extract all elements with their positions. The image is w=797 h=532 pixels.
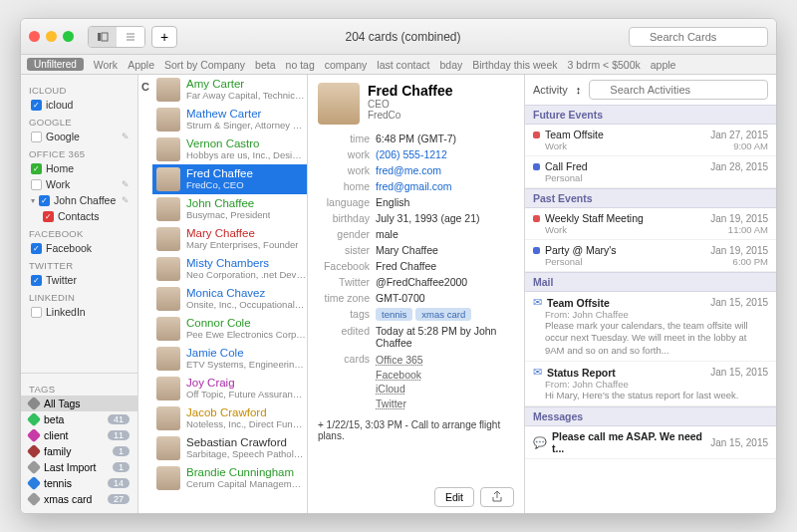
contact-row[interactable]: Fred ChaffeeFredCo, CEO	[152, 164, 307, 194]
activity-section-header: Past Events	[525, 188, 776, 208]
activity-item[interactable]: ✉Team OffsiteJan 15, 2015From: John Chaf…	[525, 292, 776, 362]
edit-icon[interactable]: ✎	[122, 179, 130, 189]
checkbox-icon[interactable]: ✓	[31, 243, 42, 254]
activity-item[interactable]: Weekly Staff MeetingJan 19, 2015Work11:0…	[525, 208, 776, 240]
contact-row[interactable]: Connor ColePee Ewe Electronics Corporati…	[152, 314, 307, 344]
sidebar-item-linkedin[interactable]: LinkedIn	[21, 304, 137, 320]
tag-xmas-card[interactable]: xmas card27	[21, 491, 137, 507]
contact-row[interactable]: Monica ChavezOnsite, Inc., Occupational …	[152, 284, 307, 314]
filter-sort-by-company[interactable]: Sort by Company	[164, 59, 245, 71]
activity-sort-icon[interactable]: ↕	[576, 84, 582, 96]
detail-value: July 31, 1993 (age 21)	[376, 212, 480, 224]
filter-work[interactable]: Work	[94, 59, 118, 71]
contact-row[interactable]: Mary ChaffeeMary Enterprises, Founder	[152, 224, 307, 254]
sidebar-item-twitter[interactable]: ✓Twitter	[21, 272, 137, 288]
activity-label[interactable]: Activity	[533, 84, 568, 96]
tag-client[interactable]: client11	[21, 427, 137, 443]
activity-title: Team Offsite	[547, 297, 705, 309]
search-activities-input[interactable]	[589, 80, 768, 100]
contact-row[interactable]: Vernon CastroHobbys are us, Inc., Design…	[152, 134, 307, 164]
edit-button[interactable]: Edit	[434, 487, 474, 507]
checkbox-icon[interactable]	[31, 307, 42, 318]
tag-chip[interactable]: tennis	[376, 308, 412, 321]
window-controls	[29, 31, 74, 42]
filter-birthday-this-week[interactable]: Birthday this week	[472, 59, 557, 71]
edit-icon[interactable]: ✎	[122, 132, 130, 141]
checkbox-icon[interactable]	[31, 179, 42, 190]
contact-list[interactable]: C Amy CarterFar Away Capital, Technician…	[138, 75, 308, 513]
activity-sub: Work	[545, 140, 733, 151]
avatar	[156, 406, 180, 430]
sidebar-item-home[interactable]: ✓Home	[21, 160, 137, 176]
contact-row[interactable]: Mathew CarterStrum & Singer, Attorney at…	[152, 105, 307, 134]
activity-item[interactable]: Team OffsiteJan 27, 2015Work9:00 AM	[525, 125, 776, 156]
activity-item[interactable]: Call FredJan 28, 2015Personal	[525, 156, 776, 188]
sidebar-section-linkedin: LINKEDIN	[21, 288, 137, 304]
contact-detail: Fred Chaffee CEO FredCo time6:48 PM (GMT…	[308, 75, 525, 513]
contact-row[interactable]: Jamie ColeETV Systems, Engineering Ma...	[152, 344, 307, 374]
sidebar-item-john-chaffee[interactable]: ▾✓John Chaffee✎	[21, 192, 137, 208]
card-link[interactable]: Twitter	[376, 397, 423, 411]
contact-row[interactable]: Sebastian CrawfordSarbitage, Speech Path…	[152, 433, 307, 463]
sidebar-view-button[interactable]	[89, 27, 117, 47]
filter-3-bdrm-500k[interactable]: 3 bdrm < $500k	[567, 59, 640, 71]
filter-unfiltered[interactable]: Unfiltered	[27, 58, 84, 71]
sidebar-item-facebook[interactable]: ✓Facebook	[21, 240, 137, 256]
tag-tennis[interactable]: tennis14	[21, 475, 137, 491]
filter-beta[interactable]: beta	[255, 59, 275, 71]
tag-last-import[interactable]: Last Import1	[21, 459, 137, 475]
filter-company[interactable]: company	[325, 59, 368, 71]
sidebar-item-google[interactable]: Google✎	[21, 129, 137, 144]
minimize-window-button[interactable]	[46, 31, 57, 42]
contact-row[interactable]: Brandie CunninghamCerum Capital Manageme…	[152, 463, 307, 493]
card-link[interactable]: Office 365	[376, 353, 423, 368]
filter-apple[interactable]: Apple	[128, 59, 154, 71]
filter-no-tag[interactable]: no tag	[286, 59, 315, 71]
contact-subtitle: Pee Ewe Electronics Corporati...	[186, 330, 306, 340]
detail-value[interactable]: fred@gmail.com	[376, 180, 452, 192]
activity-item[interactable]: Party @ Mary'sJan 19, 2015Personal6:00 P…	[525, 240, 776, 272]
tag-all-tags[interactable]: All Tags	[21, 396, 137, 411]
detail-value[interactable]: fred@me.com	[376, 164, 441, 176]
activity-item[interactable]: ✉Status ReportJan 15, 2015From: John Cha…	[525, 362, 776, 406]
tag-icon	[27, 412, 41, 426]
add-card-button[interactable]: +	[151, 26, 177, 48]
card-link[interactable]: iCloud	[376, 382, 423, 397]
checkbox-icon[interactable]: ✓	[31, 163, 42, 174]
close-window-button[interactable]	[29, 31, 40, 42]
filter-bday[interactable]: bday	[439, 59, 462, 71]
share-button[interactable]	[480, 487, 514, 507]
tag-beta[interactable]: beta41	[21, 411, 137, 427]
checkbox-icon[interactable]: ✓	[43, 211, 54, 222]
filter-apple[interactable]: apple	[651, 59, 676, 71]
detail-value[interactable]: (206) 555-1212	[376, 148, 447, 160]
sidebar-section-twitter: TWITTER	[21, 256, 137, 272]
checkbox-icon[interactable]: ✓	[39, 195, 50, 206]
search-cards-input[interactable]	[629, 27, 768, 47]
checkbox-icon[interactable]: ✓	[31, 100, 42, 111]
tag-chip[interactable]: xmas card	[415, 308, 471, 321]
zoom-window-button[interactable]	[63, 31, 74, 42]
tag-family[interactable]: family1	[21, 443, 137, 459]
contact-row[interactable]: Misty ChambersNeo Corporation, .net Deve…	[152, 254, 307, 284]
contact-row[interactable]: John ChaffeeBusymac, President	[152, 194, 307, 224]
contact-row[interactable]: Jacob CrawfordNoteless, Inc., Direct Fun…	[152, 403, 307, 433]
detail-row: gendermale	[318, 226, 514, 242]
checkbox-icon[interactable]	[31, 132, 42, 142]
activity-item[interactable]: 💬Please call me ASAP. We need t...Jan 15…	[525, 426, 776, 459]
sidebar-item-icloud[interactable]: ✓icloud	[21, 97, 137, 113]
list-view-button[interactable]	[117, 27, 144, 47]
activity-sub: Personal	[545, 172, 768, 183]
checkbox-icon[interactable]: ✓	[31, 275, 42, 286]
card-link[interactable]: Facebook	[376, 368, 423, 383]
sidebar-section-office 365: OFFICE 365	[21, 144, 137, 160]
edit-icon[interactable]: ✎	[122, 195, 130, 205]
sidebar-item-work[interactable]: Work✎	[21, 176, 137, 192]
avatar	[156, 108, 180, 132]
filter-last-contact[interactable]: last contact	[377, 59, 429, 71]
tags-header: TAGS	[21, 380, 137, 396]
contact-row[interactable]: Joy CraigOff Topic, Future Assurance Age…	[152, 374, 307, 403]
contact-row[interactable]: Amy CarterFar Away Capital, Technician	[152, 75, 307, 105]
detail-value: English	[376, 196, 409, 208]
sidebar-item-contacts[interactable]: ✓Contacts	[21, 208, 137, 224]
